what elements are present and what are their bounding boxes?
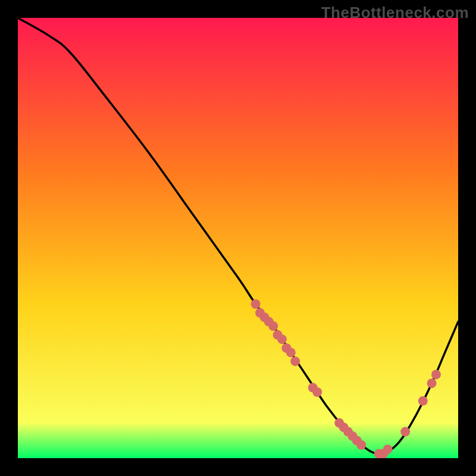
curve-marker [312,387,322,397]
curve-marker [286,347,296,357]
curve-marker [268,321,278,331]
chart-plot-area [18,18,458,458]
chart-curve-layer [18,18,458,458]
curve-marker [356,440,366,450]
curve-marker [418,396,428,406]
curve-marker [431,369,441,379]
curve-marker [277,334,287,344]
curve-marker [383,444,393,454]
curve-marker [290,356,300,366]
chart-stage: TheBottleneck.com [0,0,476,476]
curve-markers [251,299,441,458]
bottleneck-curve [18,18,458,454]
curve-marker [400,427,410,437]
curve-marker [427,378,437,388]
curve-marker [251,299,261,309]
